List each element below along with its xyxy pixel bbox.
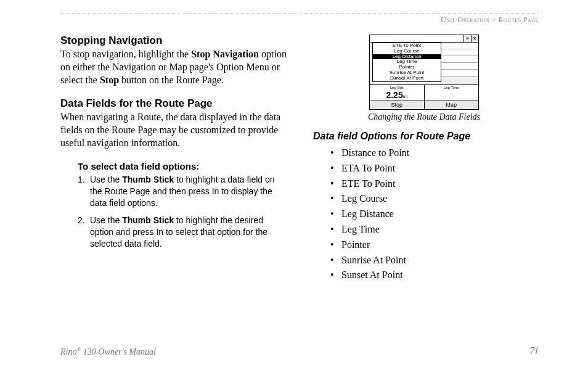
content-columns: Stopping Navigation To stop navigation, … bbox=[60, 35, 539, 283]
right-column: ≡ ✕ ETE To Point Leg Course Leg Distance… bbox=[313, 35, 535, 283]
heading-data-fields: Data Fields for the Route Page bbox=[60, 97, 288, 110]
heading-select-options: To select data field options: bbox=[78, 161, 288, 171]
footer-product-tail: 130 Owner's Manual bbox=[81, 347, 156, 356]
step-number: 1. bbox=[78, 174, 90, 209]
figure-caption: Changing the Route Data Fields bbox=[313, 112, 535, 122]
list-item: ETE To Point bbox=[330, 176, 535, 192]
device-row bbox=[441, 56, 478, 63]
titlebar-menu-icon: ≡ bbox=[463, 35, 471, 42]
list-item: Distance to Point bbox=[330, 146, 535, 161]
options-list: Distance to Point ETA To Point ETE To Po… bbox=[330, 146, 535, 283]
text-run: button on the Route Page. bbox=[119, 75, 224, 85]
page-footer: Rino® 130 Owner's Manual 71 bbox=[60, 346, 539, 357]
device-titlebar: ≡ ✕ bbox=[370, 35, 478, 43]
text-bold: Stop Navigation bbox=[191, 49, 259, 59]
step-text: Use the Thumb Stick to highlight the des… bbox=[90, 215, 288, 250]
footer-product: Rino® 130 Owner's Manual bbox=[60, 346, 156, 357]
list-item: ETA To Point bbox=[330, 161, 535, 176]
text-bold: Thumb Stick bbox=[122, 215, 174, 225]
step-number: 2. bbox=[78, 215, 90, 250]
device-screenshot: ≡ ✕ ETE To Point Leg Course Leg Distance… bbox=[369, 35, 479, 110]
list-item: Sunrise At Point bbox=[330, 253, 535, 268]
breadcrumb: Unit Operation > Routes Page bbox=[60, 15, 539, 25]
breadcrumb-sep: > bbox=[489, 15, 498, 24]
device-data-label: Leg Dist bbox=[372, 86, 422, 89]
paragraph-stopping-navigation: To stop navigation, highlight the Stop N… bbox=[60, 48, 288, 86]
paragraph-data-fields: When navigating a Route, the data displa… bbox=[60, 111, 288, 149]
figure: ≡ ✕ ETE To Point Leg Course Leg Distance… bbox=[313, 35, 535, 122]
device-data-cell-left: Leg Dist 2.25mi bbox=[370, 85, 425, 101]
list-item: Leg Course bbox=[330, 191, 535, 207]
device-row bbox=[441, 63, 478, 70]
text-bold: Stop bbox=[100, 75, 119, 85]
device-option-list: ETE To Point Leg Course Leg Distance Leg… bbox=[372, 43, 441, 82]
step-item: 2. Use the Thumb Stick to highlight the … bbox=[78, 215, 288, 250]
device-row bbox=[441, 70, 478, 76]
device-list-item: Sunset At Point bbox=[373, 76, 441, 81]
header-rule bbox=[60, 14, 539, 14]
device-data-value: 2.25mi bbox=[372, 91, 422, 99]
step-text: Use the Thumb Stick to highlight a data … bbox=[90, 174, 288, 209]
list-item: Pointer bbox=[330, 237, 535, 253]
heading-options-list: Data field Options for Route Page bbox=[313, 131, 535, 142]
titlebar-spacer bbox=[370, 35, 463, 42]
list-item: Leg Time bbox=[330, 222, 535, 237]
text-run: Use the bbox=[90, 175, 122, 184]
text-run: Use the bbox=[90, 215, 122, 225]
device-row bbox=[441, 49, 478, 56]
device-stop-button: Stop bbox=[370, 101, 425, 109]
steps-list: 1. Use the Thumb Stick to highlight a da… bbox=[78, 174, 288, 250]
left-column: Stopping Navigation To stop navigation, … bbox=[60, 35, 288, 283]
value-unit: mi bbox=[403, 94, 407, 99]
device-map-button: Map bbox=[425, 101, 479, 109]
value-number: 2.25 bbox=[386, 90, 402, 100]
device-data-label: Leg Time bbox=[427, 86, 477, 89]
list-item: Sunset At Point bbox=[330, 268, 535, 283]
device-row bbox=[441, 43, 478, 49]
text-run: To stop navigation, highlight the bbox=[60, 49, 191, 59]
footer-product-name: Rino bbox=[60, 347, 76, 356]
device-button-bar: Stop Map bbox=[370, 101, 478, 109]
breadcrumb-section: Unit Operation bbox=[441, 15, 489, 24]
footer-page-number: 71 bbox=[530, 346, 539, 357]
titlebar-close-icon: ✕ bbox=[471, 35, 478, 42]
device-data-bar: Leg Dist 2.25mi Leg Time bbox=[370, 84, 478, 101]
list-item: Leg Distance bbox=[330, 207, 535, 222]
breadcrumb-page: Routes Page bbox=[499, 15, 539, 24]
step-item: 1. Use the Thumb Stick to highlight a da… bbox=[78, 174, 288, 209]
device-data-cell-right: Leg Time bbox=[425, 85, 479, 101]
heading-stopping-navigation: Stopping Navigation bbox=[60, 35, 288, 47]
text-bold: Thumb Stick bbox=[122, 175, 174, 184]
